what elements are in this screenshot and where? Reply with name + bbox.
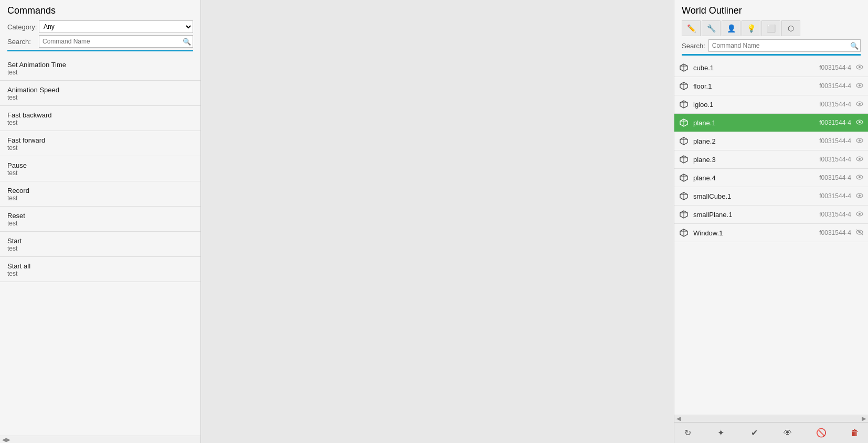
outliner-row[interactable]: Window.1 f0031544-4 (674, 224, 868, 242)
outliner-row[interactable]: plane.2 f0031544-4 (674, 132, 868, 150)
row-visibility-icon[interactable] (855, 119, 864, 127)
outliner-scroll-left[interactable]: ◀ (676, 415, 681, 422)
command-sub: test (7, 119, 193, 126)
middle-area (201, 0, 674, 443)
outliner-row[interactable]: floor.1 f0031544-4 (674, 77, 868, 95)
row-cube-icon (679, 62, 689, 73)
command-sub: test (7, 195, 193, 202)
commands-search-icon[interactable]: 🔍 (183, 38, 191, 46)
command-sub: test (7, 94, 193, 101)
row-id: f0031544-4 (819, 156, 851, 163)
svg-point-44 (859, 213, 861, 215)
outliner-row[interactable]: plane.1 f0031544-4 (674, 114, 868, 132)
footer-check-btn[interactable]: ✔ (747, 426, 763, 440)
svg-point-39 (859, 195, 861, 197)
row-name: smallCube.1 (693, 192, 819, 200)
row-cube-icon (679, 117, 689, 128)
command-sub: test (7, 169, 193, 177)
command-item[interactable]: Starttest (0, 232, 200, 257)
row-cube-icon (679, 154, 689, 165)
row-name: smallPlane.1 (693, 211, 819, 219)
command-name: Set Animation Time (7, 61, 193, 69)
outliner-row[interactable]: plane.3 f0031544-4 (674, 150, 868, 169)
row-visibility-icon[interactable] (855, 82, 864, 90)
footer-eye-btn[interactable]: 👁 (780, 426, 796, 440)
footer-eye-off-btn[interactable]: 🚫 (813, 426, 829, 440)
command-item[interactable]: Resettest (0, 207, 200, 232)
command-item[interactable]: Recordtest (0, 181, 200, 207)
row-visibility-icon[interactable] (855, 101, 864, 109)
command-item[interactable]: Fast backwardtest (0, 106, 200, 131)
toolbar-wrench-btn[interactable]: 🔧 (702, 20, 721, 36)
row-name: plane.4 (693, 174, 819, 182)
row-id: f0031544-4 (819, 137, 851, 145)
command-item[interactable]: Set Animation Timetest (0, 56, 200, 81)
row-name: floor.1 (693, 82, 819, 90)
toolbar-pencil-btn[interactable]: ✏️ (682, 20, 701, 36)
row-name: plane.1 (693, 119, 819, 127)
outliner-header: World Outliner ✏️ 🔧 👤 💡 ⬜ ⬡ Search: 🔍 (674, 0, 868, 59)
row-visibility-icon[interactable] (855, 137, 864, 145)
toolbar-lightbulb-btn[interactable]: 💡 (742, 20, 760, 36)
row-visibility-icon[interactable] (855, 211, 864, 219)
svg-point-19 (859, 121, 861, 123)
row-id: f0031544-4 (819, 192, 851, 200)
row-visibility-icon[interactable] (855, 64, 864, 72)
outliner-row[interactable]: smallCube.1 f0031544-4 (674, 187, 868, 206)
row-cube-icon (679, 81, 689, 91)
command-item[interactable]: Fast forwardtest (0, 131, 200, 156)
category-label: Category: (7, 23, 39, 31)
svg-point-34 (859, 176, 861, 178)
svg-point-14 (859, 103, 861, 105)
command-name: Animation Speed (7, 86, 193, 94)
hscroll-left-arrow[interactable]: ◀ (2, 437, 6, 442)
toolbar-crop-btn[interactable]: ⬜ (761, 20, 780, 36)
row-id: f0031544-4 (819, 174, 851, 181)
row-id: f0031544-4 (819, 229, 851, 236)
svg-point-9 (859, 84, 861, 87)
outliner-list: cube.1 f0031544-4 floor.1 f0031544-4 igl… (674, 59, 868, 415)
search-container: 🔍 (39, 35, 193, 48)
category-select[interactable]: Any (39, 20, 193, 33)
row-id: f0031544-4 (819, 101, 851, 108)
toolbar-box-btn[interactable]: ⬡ (781, 20, 800, 36)
row-visibility-icon[interactable] (855, 156, 864, 164)
outliner-search-icon[interactable]: 🔍 (850, 42, 859, 50)
row-id: f0031544-4 (819, 82, 851, 90)
command-item[interactable]: Start alltest (0, 257, 200, 282)
command-sub: test (7, 220, 193, 227)
svg-point-24 (859, 139, 861, 142)
command-name: Fast backward (7, 111, 193, 119)
command-sub: test (7, 245, 193, 252)
row-visibility-icon[interactable] (855, 174, 864, 182)
outliner-row[interactable]: plane.4 f0031544-4 (674, 169, 868, 187)
footer-add-btn[interactable]: ✦ (713, 426, 729, 440)
footer-refresh-btn[interactable]: ↻ (680, 426, 695, 440)
footer-trash-btn[interactable]: 🗑 (847, 426, 863, 440)
commands-hscrollbar[interactable]: ◀ ▶ (0, 436, 200, 443)
svg-point-29 (859, 158, 861, 160)
command-sub: test (7, 69, 193, 76)
outliner-row[interactable]: smallPlane.1 f0031544-4 (674, 206, 868, 224)
command-name: Start all (7, 262, 193, 270)
outliner-row[interactable]: cube.1 f0031544-4 (674, 59, 868, 77)
outliner-row[interactable]: igloo.1 f0031544-4 (674, 95, 868, 114)
outliner-search-input[interactable] (708, 39, 861, 52)
row-visibility-icon[interactable] (855, 192, 864, 200)
outliner-hscrollbar[interactable]: ◀ ▶ (674, 415, 868, 422)
svg-point-4 (859, 66, 861, 68)
command-item[interactable]: Pausetest (0, 156, 200, 181)
hscroll-right-arrow[interactable]: ▶ (6, 437, 10, 442)
outliner-scroll-right[interactable]: ▶ (862, 415, 866, 422)
row-name: plane.3 (693, 156, 819, 164)
toolbar-person-btn[interactable]: 👤 (722, 20, 740, 36)
commands-search-input[interactable] (39, 35, 193, 48)
command-name: Start (7, 237, 193, 245)
outliner-blue-bar (682, 54, 861, 56)
outliner-search-row: Search: 🔍 (682, 39, 861, 52)
row-visibility-icon[interactable] (855, 229, 864, 237)
outliner-toolbar: ✏️ 🔧 👤 💡 ⬜ ⬡ (682, 20, 861, 36)
outliner-search-container: 🔍 (708, 39, 861, 52)
row-name: plane.2 (693, 137, 819, 145)
command-item[interactable]: Animation Speedtest (0, 81, 200, 106)
